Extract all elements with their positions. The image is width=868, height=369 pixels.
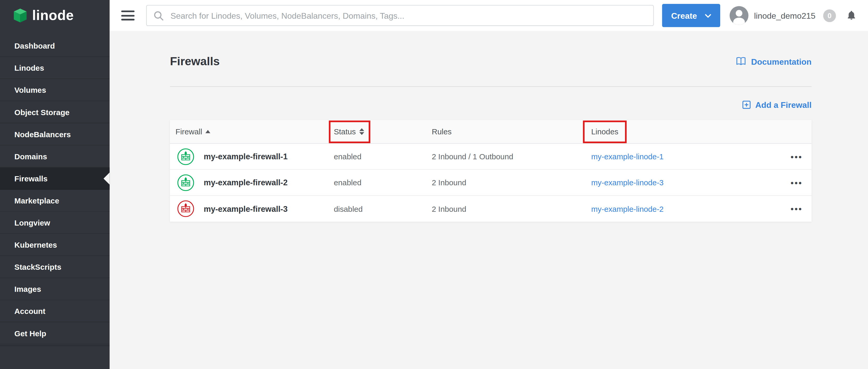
active-item-notch (103, 172, 110, 184)
column-header-status[interactable]: Status (334, 127, 432, 136)
column-header-rules: Rules (432, 127, 591, 136)
app-window: linode Dashboard Linodes Volumes Object … (0, 0, 868, 369)
sidebar-item-label: Volumes (14, 86, 46, 94)
header-divider (170, 86, 811, 87)
sidebar-item-linodes[interactable]: Linodes (0, 57, 110, 79)
search-icon (153, 10, 164, 21)
sidebar-item-label: Longview (14, 218, 50, 227)
table-row: my-example-firewall-3 disabled 2 Inbound… (170, 196, 811, 222)
create-button-label: Create (671, 11, 697, 20)
linode-logo[interactable]: linode (0, 0, 110, 31)
topbar: Create linode_demo215 0 (110, 0, 868, 31)
sidebar-nav: Dashboard Linodes Volumes Object Storage… (0, 35, 110, 346)
sidebar-item-longview[interactable]: Longview (0, 212, 110, 234)
notification-count-badge: 0 (823, 9, 836, 22)
sidebar-item-label: Get Help (14, 329, 46, 338)
linode-logo-icon (13, 8, 27, 23)
documentation-label: Documentation (751, 57, 811, 66)
sidebar-item-firewalls[interactable]: Firewalls (0, 168, 110, 190)
sidebar-item-label: Images (14, 284, 41, 293)
column-label: Linodes (591, 127, 618, 136)
linode-link[interactable]: my-example-linode-3 (591, 178, 663, 187)
firewall-status: enabled (334, 152, 432, 161)
table-row: my-example-firewall-2 enabled 2 Inbound … (170, 170, 811, 196)
sidebar-item-domains[interactable]: Domains (0, 145, 110, 168)
documentation-link[interactable]: Documentation (735, 56, 811, 66)
firewall-status: enabled (334, 178, 432, 187)
notification-count: 0 (828, 11, 831, 20)
sidebar-item-label: Account (14, 307, 45, 315)
sidebar-item-account[interactable]: Account (0, 300, 110, 322)
firewall-status: disabled (334, 204, 432, 213)
sidebar-item-dashboard[interactable]: Dashboard (0, 35, 110, 57)
sidebar-item-label: Firewalls (14, 174, 48, 183)
sidebar-item-kubernetes[interactable]: Kubernetes (0, 234, 110, 256)
sidebar: linode Dashboard Linodes Volumes Object … (0, 0, 110, 369)
avatar (729, 5, 749, 26)
firewall-name-link[interactable]: my-example-firewall-1 (204, 152, 287, 161)
linode-logo-text: linode (32, 8, 74, 22)
sidebar-item-images[interactable]: Images (0, 278, 110, 300)
row-actions-button[interactable]: ••• (787, 176, 806, 189)
firewall-rules: 2 Inbound / 1 Outbound (432, 152, 591, 161)
sidebar-item-label: Dashboard (14, 41, 55, 50)
sidebar-item-get-help[interactable]: Get Help (0, 322, 110, 344)
row-actions-button[interactable]: ••• (787, 202, 806, 215)
firewalls-table: Firewall Status Rules Linodes (170, 120, 811, 222)
sidebar-item-volumes[interactable]: Volumes (0, 79, 110, 101)
firewall-status-icon (177, 148, 194, 165)
page-header: Firewalls Documentation (170, 54, 811, 69)
firewall-rules: 2 Inbound (432, 178, 591, 187)
sidebar-item-nodebalancers[interactable]: NodeBalancers (0, 123, 110, 145)
sidebar-item-label: Object Storage (14, 108, 69, 116)
sidebar-item-label: Marketplace (14, 196, 59, 205)
sidebar-item-label: Linodes (14, 63, 44, 72)
sidebar-item-stackscripts[interactable]: StackScripts (0, 256, 110, 278)
table-actions-row: Add a Firewall (170, 99, 811, 110)
firewall-name-link[interactable]: my-example-firewall-3 (204, 204, 287, 213)
menu-toggle-button[interactable] (121, 10, 134, 21)
page-title: Firewalls (170, 54, 220, 69)
main-content: Firewalls Documentation Add a Firewall (110, 31, 868, 369)
chevron-down-icon (705, 13, 712, 18)
bell-icon (846, 9, 857, 22)
firewall-status-icon (177, 174, 194, 191)
column-header-linodes: Linodes (591, 127, 763, 136)
sidebar-item-label: Domains (14, 152, 47, 161)
column-label: Firewall (175, 127, 202, 136)
documentation-book-icon (735, 56, 747, 66)
firewall-status-icon (177, 200, 194, 217)
search-input[interactable] (169, 10, 653, 21)
linode-link[interactable]: my-example-linode-1 (591, 152, 663, 161)
add-firewall-label: Add a Firewall (755, 100, 811, 109)
table-row: my-example-firewall-1 enabled 2 Inbound … (170, 144, 811, 170)
sort-both-icon (359, 128, 364, 135)
linode-link[interactable]: my-example-linode-2 (591, 204, 663, 213)
sort-ascending-icon (206, 130, 211, 133)
firewall-rules: 2 Inbound (432, 204, 591, 213)
user-menu[interactable]: linode_demo215 (729, 5, 815, 26)
sidebar-item-label: NodeBalancers (14, 130, 71, 138)
sidebar-item-marketplace[interactable]: Marketplace (0, 190, 110, 212)
table-header-row: Firewall Status Rules Linodes (170, 120, 811, 144)
firewall-name-link[interactable]: my-example-firewall-2 (204, 178, 287, 187)
sidebar-item-object-storage[interactable]: Object Storage (0, 101, 110, 123)
add-plus-icon (743, 100, 751, 109)
create-button[interactable]: Create (662, 4, 720, 27)
row-actions-button[interactable]: ••• (787, 150, 806, 163)
column-label: Status (334, 127, 356, 136)
sidebar-item-label: Kubernetes (14, 240, 57, 249)
notifications-bell-button[interactable] (846, 9, 857, 22)
sidebar-divider (0, 346, 110, 346)
search-box (146, 5, 654, 26)
column-label: Rules (432, 127, 452, 136)
sidebar-item-label: StackScripts (14, 263, 61, 271)
add-firewall-link[interactable]: Add a Firewall (743, 99, 811, 110)
column-header-firewall[interactable]: Firewall (170, 127, 334, 136)
username-label: linode_demo215 (754, 11, 815, 20)
